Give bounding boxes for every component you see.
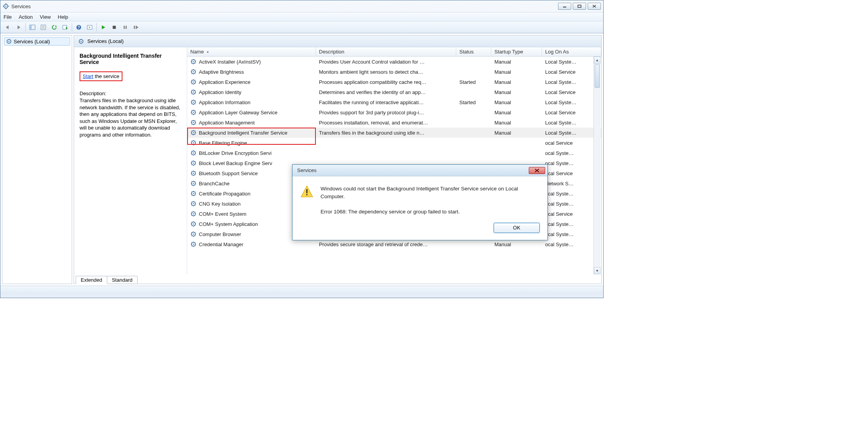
col-startup[interactable]: Startup Type <box>491 47 542 56</box>
titlebar[interactable]: Services <box>0 0 603 12</box>
svg-line-94 <box>195 114 196 115</box>
svg-rect-13 <box>30 25 32 30</box>
svg-point-156 <box>193 183 194 184</box>
col-name[interactable]: Name▲ <box>187 47 316 56</box>
scroll-down-button[interactable]: ▼ <box>594 267 601 274</box>
svg-point-196 <box>193 224 194 225</box>
scroll-thumb[interactable] <box>595 64 600 88</box>
service-row[interactable]: BitLocker Drive Encryption Serviocal Sys… <box>187 148 601 158</box>
service-row[interactable]: Application InformationFacilitates the r… <box>187 97 601 107</box>
service-status: Started <box>456 79 491 85</box>
svg-line-154 <box>195 175 196 176</box>
scroll-up-button[interactable]: ▲ <box>594 57 601 64</box>
service-logon: Local Syste… <box>542 120 601 126</box>
service-name: Application Management <box>199 120 255 126</box>
service-name: COM+ Event System <box>199 211 246 217</box>
service-name: Adaptive Brightness <box>199 69 244 75</box>
svg-line-191 <box>191 212 192 213</box>
svg-line-43 <box>191 63 192 64</box>
description-label: Description: <box>80 91 181 96</box>
gear-icon <box>190 241 197 247</box>
svg-line-181 <box>191 202 192 203</box>
menu-action[interactable]: Action <box>19 14 33 20</box>
service-row[interactable]: Credential ManagerProvides secure storag… <box>187 239 601 249</box>
service-name: Computer Browser <box>199 231 241 237</box>
gear-icon <box>190 99 197 105</box>
close-button[interactable] <box>588 3 601 10</box>
service-startup: Manual <box>491 242 542 247</box>
show-hide-tree-button[interactable] <box>27 23 37 32</box>
pause-service-button[interactable] <box>120 23 130 32</box>
svg-line-201 <box>191 222 192 223</box>
menu-view[interactable]: View <box>40 14 51 20</box>
gear-icon <box>190 170 197 176</box>
svg-point-176 <box>193 203 194 204</box>
menu-file[interactable]: File <box>4 14 12 20</box>
right-header: Services (Local) <box>74 36 601 47</box>
gear-icon <box>190 231 197 237</box>
service-row[interactable]: Background Intelligent Transfer ServiceT… <box>187 128 601 138</box>
nav-forward-button[interactable] <box>14 23 24 32</box>
service-row[interactable]: ActiveX Installer (AxInstSV)Provides Use… <box>187 57 601 67</box>
service-row[interactable]: Application Layer Gateway ServiceProvide… <box>187 107 601 117</box>
svg-line-211 <box>191 232 192 233</box>
svg-line-91 <box>191 110 192 111</box>
svg-line-53 <box>191 73 192 74</box>
svg-line-203 <box>191 226 192 226</box>
service-name: BitLocker Drive Encryption Servi <box>199 150 271 156</box>
svg-line-183 <box>191 205 192 206</box>
service-logon: Local Service <box>542 89 601 95</box>
svg-line-141 <box>191 161 192 162</box>
col-status[interactable]: Status <box>456 47 491 56</box>
svg-point-56 <box>193 82 194 83</box>
start-service-link[interactable]: Start <box>83 73 93 79</box>
console-tree[interactable]: Services (Local) <box>2 35 72 284</box>
service-row[interactable]: Adaptive BrightnessMonitors ambient ligh… <box>187 67 601 77</box>
help-button[interactable]: ? <box>74 23 84 32</box>
action-button[interactable] <box>85 23 95 32</box>
selected-service-name: Background Intelligent Transfer Service <box>80 53 181 65</box>
dialog-close-button[interactable] <box>529 167 545 174</box>
col-description[interactable]: Description <box>316 47 456 56</box>
svg-line-214 <box>195 236 196 236</box>
svg-line-51 <box>191 70 192 71</box>
maximize-button[interactable] <box>573 3 586 10</box>
properties-button[interactable] <box>38 23 48 32</box>
minimize-button[interactable] <box>558 3 571 10</box>
service-logon: Local Service <box>542 69 601 75</box>
menu-help[interactable]: Help <box>58 14 68 20</box>
description-text: Transfers files in the background using … <box>80 97 181 138</box>
svg-marker-18 <box>55 25 57 27</box>
service-row[interactable]: Base Filtering Engineocal Service <box>187 138 601 148</box>
tab-extended[interactable]: Extended <box>76 276 107 284</box>
dialog-titlebar[interactable]: Services <box>292 165 547 176</box>
stop-service-button[interactable] <box>109 23 119 32</box>
service-row[interactable]: Application ExperienceProcesses applicat… <box>187 77 601 87</box>
svg-rect-228 <box>306 189 307 194</box>
vertical-scrollbar[interactable]: ▲ ▼ <box>593 57 601 274</box>
svg-line-93 <box>191 114 192 115</box>
service-logon: ocal Syste… <box>542 231 601 237</box>
dialog-line1: Windows could not start the Background I… <box>321 185 540 201</box>
service-startup: Manual <box>491 110 542 115</box>
svg-point-126 <box>193 153 194 154</box>
gear-icon <box>190 69 197 75</box>
tree-root-item[interactable]: Services (Local) <box>4 37 70 46</box>
ok-button[interactable]: OK <box>494 223 540 233</box>
service-row[interactable]: Application ManagementProcesses installa… <box>187 117 601 128</box>
col-logon[interactable]: Log On As <box>542 47 601 56</box>
restart-service-button[interactable] <box>131 23 141 32</box>
tree-root-label: Services (Local) <box>14 39 50 44</box>
svg-line-182 <box>195 202 196 203</box>
svg-line-101 <box>191 121 192 121</box>
service-logon: Local Syste… <box>542 59 601 65</box>
tab-standard[interactable]: Standard <box>107 276 138 284</box>
nav-back-button[interactable] <box>3 23 13 32</box>
svg-line-171 <box>191 192 192 192</box>
svg-line-44 <box>195 63 196 64</box>
refresh-button[interactable] <box>49 23 59 32</box>
start-suffix: the service <box>93 73 119 79</box>
start-service-button[interactable] <box>98 23 108 32</box>
export-list-button[interactable] <box>60 23 70 32</box>
service-row[interactable]: Application IdentityDetermines and verif… <box>187 87 601 97</box>
